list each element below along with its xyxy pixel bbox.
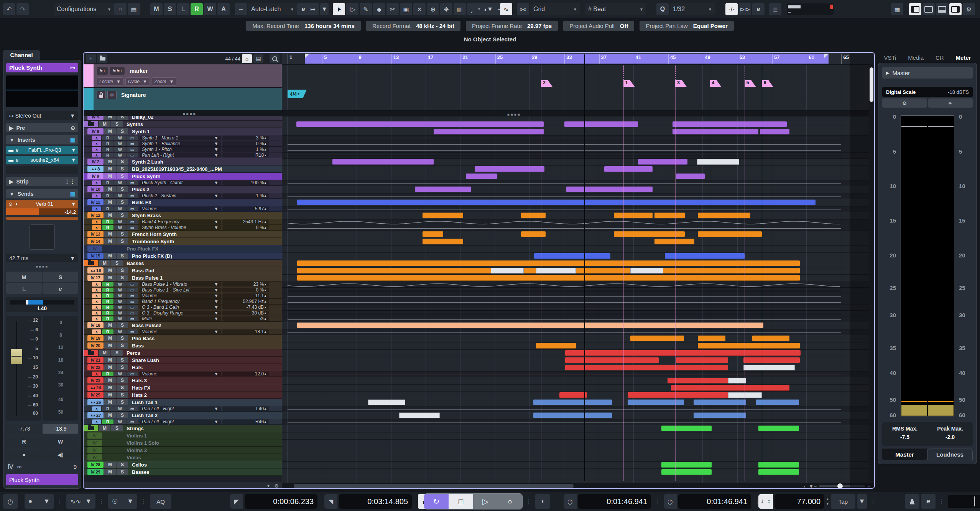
right-locator-time[interactable]: 0:03:14.805 (339, 494, 412, 509)
automation-value[interactable]: 0 %▲ (222, 141, 269, 146)
marker-event[interactable]: 2 (541, 80, 552, 87)
marker-event[interactable]: 3 (675, 80, 687, 87)
event[interactable] (698, 336, 725, 341)
track-row[interactable]: ⅣViolins 1 (84, 432, 282, 439)
mute-button[interactable]: M (104, 412, 116, 418)
event-lane[interactable] (282, 335, 874, 342)
lane-curve-button[interactable]: ▭ (127, 153, 138, 157)
track-row[interactable]: Ⅳ9MSPluck Synth (84, 173, 282, 180)
track-row[interactable]: ∧RW▭Synth 1 - Brilliance▼0 %▲ (84, 141, 282, 147)
horizontal-scrollbar[interactable]: › ▼ −+ (282, 483, 874, 489)
event-lane[interactable] (282, 267, 874, 275)
lane-curve-button[interactable]: ▭ (127, 329, 138, 334)
event-lane[interactable] (282, 260, 874, 267)
event-lane[interactable] (282, 329, 874, 335)
track-row[interactable]: Ⅳ13MSFrench Horn Synth (84, 231, 282, 238)
automation-parameter-dropdown[interactable]: Bass Pulse 1 - Sine Lvl▼ (140, 288, 221, 292)
event-lane[interactable] (282, 469, 874, 476)
track-row[interactable]: Ⅳ28MSCellos (84, 461, 282, 468)
lane-write-button[interactable]: W (114, 206, 126, 211)
track-visibility-home-icon[interactable]: ⌂ (242, 54, 252, 63)
track-name[interactable]: French Horn Synth (129, 231, 177, 237)
lane-read-button[interactable]: R (102, 141, 113, 146)
tempo-up-icon[interactable]: ▲ (826, 497, 829, 501)
mute-button[interactable]: M (104, 392, 116, 398)
solo-button[interactable]: S (111, 121, 123, 127)
ruler[interactable]: 1591317212529333741454953576165 (282, 53, 874, 65)
signature-track[interactable]: ⚙ Signature (84, 88, 282, 110)
event-lane[interactable] (282, 253, 874, 260)
automation-parameter-dropdown[interactable]: Pan Left - Right▼ (140, 153, 221, 157)
solo-button[interactable]: S (117, 342, 128, 349)
lane-write-button[interactable]: W (114, 293, 126, 298)
lane-write-button[interactable]: W (114, 419, 126, 424)
track-row[interactable]: ▲▴26MSLush Tail 1 (84, 399, 282, 406)
grid-type-dropdown[interactable]: # Beat▼ (585, 3, 646, 15)
event[interactable] (630, 268, 663, 274)
event-lane[interactable] (282, 322, 874, 329)
signature-track-name[interactable]: Signature (121, 92, 146, 98)
event[interactable] (698, 231, 762, 237)
event-lane[interactable] (282, 136, 874, 141)
status-item[interactable]: Project Frame Rate29.97 fps (466, 21, 558, 31)
event[interactable] (758, 426, 799, 431)
event-lane[interactable] (282, 293, 874, 299)
track-row[interactable]: ▲▴16MSBass Pad (84, 267, 282, 274)
event[interactable] (676, 357, 728, 363)
event[interactable] (565, 365, 728, 370)
event-lane[interactable] (282, 153, 874, 159)
tab-vsti[interactable]: VSTi (884, 54, 896, 61)
event-lane[interactable] (282, 219, 874, 225)
track-name[interactable]: Hats 2 (129, 391, 147, 398)
automation-value[interactable]: -7.43 dB▲ (222, 305, 269, 310)
mute-button[interactable]: M (104, 212, 116, 218)
track-name[interactable]: Strings (123, 425, 144, 432)
listen-button[interactable]: L (6, 283, 42, 294)
event-lane[interactable] (282, 372, 874, 377)
event[interactable] (697, 159, 740, 165)
event-lane[interactable] (282, 275, 874, 282)
track-row[interactable]: ▲▴27MSLush Tail 2 (84, 412, 282, 419)
event[interactable] (521, 231, 545, 237)
event[interactable] (743, 365, 794, 370)
event[interactable] (668, 378, 728, 383)
event[interactable] (604, 166, 653, 172)
lane-read-button[interactable]: R (102, 153, 113, 157)
track-row[interactable]: MSStrings (84, 425, 282, 432)
track-type-icon[interactable]: Ⅳ22 (87, 364, 104, 370)
add-cycle-marker-icon[interactable]: ⚑⚑+ (110, 67, 125, 75)
event[interactable] (536, 343, 576, 349)
track-row[interactable]: ∧RW▭Synth 1 - Pitch▼1 %▲ (84, 147, 282, 152)
mute-button[interactable]: M (104, 275, 116, 281)
inspector-divider-handle[interactable]: ■■■■ (6, 265, 78, 269)
event[interactable] (297, 200, 816, 205)
project-cursor[interactable] (584, 54, 585, 481)
solo-button[interactable]: S (117, 364, 128, 370)
marker-zoom-dropdown[interactable]: Zoom▼ (152, 77, 177, 86)
solo-button[interactable]: S (117, 392, 128, 398)
event[interactable] (566, 187, 653, 192)
undo-icon[interactable]: ↶ (3, 3, 15, 15)
track-row[interactable]: ∧RW▭O 3 - Display Range▼30 dB▲ (84, 310, 282, 316)
track-type-icon[interactable]: Ⅳ23 (87, 377, 104, 383)
mute-button[interactable]: M (104, 173, 116, 179)
track-visibility-agents-icon[interactable]: ▤ (253, 54, 263, 63)
track-row[interactable]: ▲▴8MSBB_20251019T193345_252-0400_...PM (84, 165, 282, 173)
write-automation-button[interactable]: W (43, 437, 78, 447)
read-automation-button[interactable]: R (6, 437, 42, 447)
edit-channel-icon[interactable]: ↦ (70, 64, 75, 71)
send-prepost-icon[interactable]: ◖ (15, 201, 18, 207)
track-type-icon[interactable]: ▲▴16 (87, 267, 104, 274)
meter-reset-icon[interactable]: ↞ (928, 98, 973, 108)
track-row[interactable]: ∧RW▭Pluck Synth - Cutoff▼100 %▲ (84, 180, 282, 186)
tab-media[interactable]: Media (908, 54, 924, 61)
event-lane[interactable] (282, 316, 874, 322)
mute-button[interactable]: M (104, 166, 116, 172)
lane-write-button[interactable]: W (114, 288, 126, 292)
midi-record-mode-dropdown[interactable]: ☉▼ (108, 494, 137, 509)
event-lane[interactable] (282, 462, 874, 469)
event-lane[interactable] (282, 193, 874, 199)
track-type-icon[interactable]: Ⅳ25 (87, 392, 104, 398)
event-lane[interactable] (282, 385, 874, 392)
event-lane[interactable] (282, 454, 874, 462)
